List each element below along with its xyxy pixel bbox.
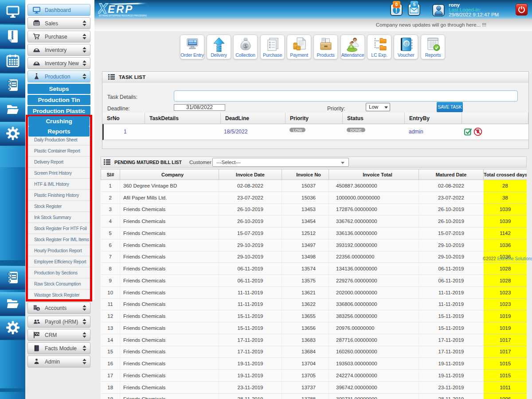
svg-text:EXTREME ENTERPRISE RESOURCES P: EXTREME ENTERPRISE RESOURCES PROCESSING bbox=[99, 15, 147, 17]
svg-text:$: $ bbox=[244, 43, 246, 49]
svg-text:ERP: ERP bbox=[108, 3, 133, 15]
svg-text:@: @ bbox=[404, 41, 409, 46]
svg-text:X: X bbox=[98, 1, 108, 16]
